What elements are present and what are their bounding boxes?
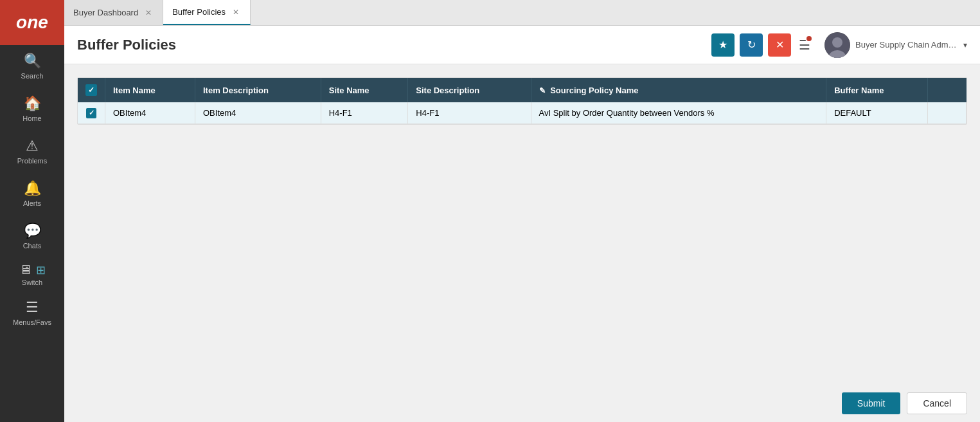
table-container: Item Name Item Description Site Name Sit…: [77, 77, 967, 125]
row-site-name: H4-F1: [321, 102, 408, 124]
sidebar-item-switch[interactable]: 🖥 ⊞ Switch: [0, 257, 64, 291]
switch-icons: 🖥 ⊞: [19, 262, 46, 277]
app-logo[interactable]: one: [0, 0, 64, 45]
sidebar-item-search[interactable]: 🔍 Search: [0, 45, 64, 87]
close-button[interactable]: ✕: [768, 33, 791, 57]
user-section: Buyer Supply Chain Admin1 ▾: [824, 32, 967, 58]
row-actions-cell: [928, 102, 967, 124]
refresh-button[interactable]: ↻: [740, 33, 763, 57]
sidebar-item-label: Chats: [23, 242, 42, 250]
warning-icon: ⚠: [26, 138, 39, 154]
sidebar-item-label: Problems: [17, 157, 47, 165]
column-item-name: Item Name: [105, 78, 195, 102]
sidebar-item-problems[interactable]: ⚠ Problems: [0, 130, 64, 172]
column-label: Buffer Name: [834, 86, 884, 95]
submit-button[interactable]: Submit: [842, 392, 901, 414]
sidebar-item-label: Home: [22, 115, 41, 122]
home-icon: 🏠: [24, 95, 41, 112]
favorite-button[interactable]: ★: [711, 33, 735, 57]
chat-icon: 💬: [24, 223, 41, 239]
main-content: Item Name Item Description Site Name Sit…: [64, 64, 980, 385]
column-actions: [928, 78, 967, 102]
row-sourcing-policy-name: AvI Split by Order Quantity between Vend…: [531, 102, 826, 124]
logo-text: one: [16, 12, 48, 33]
switch-icon: ⊞: [36, 263, 46, 277]
table-row[interactable]: OBItem4 OBItem4 H4-F1 H4-F1 AvI Split by…: [78, 102, 967, 124]
bell-icon: 🔔: [24, 180, 41, 197]
sidebar-item-alerts[interactable]: 🔔 Alerts: [0, 172, 64, 215]
row-buffer-name: DEFAULT: [826, 102, 928, 124]
page-title: Buffer Policies: [77, 37, 711, 53]
sidebar-item-label: Switch: [22, 279, 42, 286]
buffer-policies-table: Item Name Item Description Site Name Sit…: [78, 78, 967, 124]
column-label: Item Name: [113, 86, 156, 95]
edit-icon: ✎: [539, 86, 546, 95]
notification-badge: [805, 35, 813, 42]
tab-close-buffer-policies[interactable]: ✕: [231, 7, 241, 17]
row-item-name: OBItem4: [105, 102, 195, 124]
row-site-description: H4-F1: [408, 102, 531, 124]
header-actions: ★ ↻ ✕ ☰ Buyer Supply Chain Admin1 ▾: [711, 32, 967, 58]
sidebar-item-label: Menus/Favs: [13, 318, 51, 326]
column-label: Sourcing Policy Name: [550, 86, 638, 95]
sidebar-item-label: Search: [21, 72, 44, 80]
column-label: Site Name: [329, 86, 370, 95]
search-icon: 🔍: [24, 53, 41, 69]
sidebar-item-chats[interactable]: 💬 Chats: [0, 215, 64, 257]
tab-label: Buffer Policies: [172, 7, 226, 17]
table-body: OBItem4 OBItem4 H4-F1 H4-F1 AvI Split by…: [78, 102, 967, 124]
page-header: Buffer Policies ★ ↻ ✕ ☰ Buyer Supply Cha…: [64, 26, 980, 64]
svg-point-1: [832, 37, 842, 48]
row-checkbox[interactable]: [86, 108, 96, 118]
user-name: Buyer Supply Chain Admin1: [855, 40, 958, 50]
row-item-description: OBItem4: [195, 102, 321, 124]
user-dropdown-arrow[interactable]: ▾: [963, 41, 967, 50]
footer-actions: Submit Cancel: [64, 385, 980, 422]
tab-buyer-dashboard[interactable]: Buyer Dashboard ✕: [64, 0, 163, 25]
sidebar-item-home[interactable]: 🏠 Home: [0, 87, 64, 130]
main-area: Buyer Dashboard ✕ Buffer Policies ✕ Buff…: [64, 0, 980, 422]
tab-bar: Buyer Dashboard ✕ Buffer Policies ✕: [64, 0, 980, 26]
column-checkbox[interactable]: [78, 78, 105, 102]
column-site-name: Site Name: [321, 78, 408, 102]
tab-close-buyer-dashboard[interactable]: ✕: [143, 8, 154, 18]
monitor-icon: 🖥: [19, 262, 32, 277]
cancel-button[interactable]: Cancel: [907, 392, 967, 414]
menu-button[interactable]: ☰: [796, 35, 813, 55]
tab-label: Buyer Dashboard: [73, 8, 138, 17]
row-checkbox-cell[interactable]: [78, 102, 105, 124]
column-buffer-name: Buffer Name: [826, 78, 928, 102]
column-sourcing-policy-name: ✎ Sourcing Policy Name: [531, 78, 826, 102]
sidebar: one 🔍 Search 🏠 Home ⚠ Problems 🔔 Alerts …: [0, 0, 64, 422]
column-label: Site Description: [416, 86, 479, 95]
header-checkbox[interactable]: [85, 84, 97, 96]
user-avatar: [824, 32, 850, 58]
tab-buffer-policies[interactable]: Buffer Policies ✕: [163, 0, 251, 25]
column-label: Item Description: [203, 86, 269, 95]
table-header-row: Item Name Item Description Site Name Sit…: [78, 78, 967, 102]
column-item-description: Item Description: [195, 78, 321, 102]
sidebar-item-label: Alerts: [23, 199, 41, 207]
sidebar-item-menus[interactable]: ☰ Menus/Favs: [0, 291, 64, 334]
menu-icon: ☰: [26, 299, 39, 316]
column-site-description: Site Description: [408, 78, 531, 102]
